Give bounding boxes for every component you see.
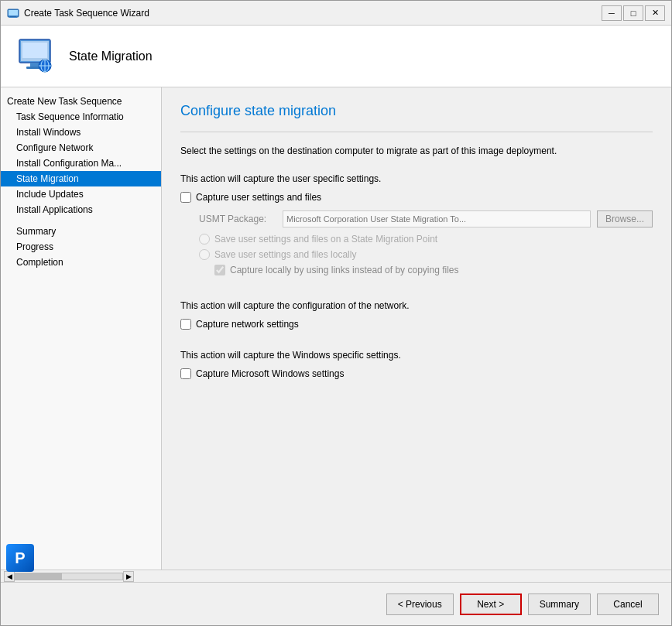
logo-badge: P xyxy=(6,544,34,570)
scroll-thumb xyxy=(15,573,62,580)
save-locally-radio[interactable] xyxy=(199,249,210,260)
capture-user-settings-row: Capture user settings and files xyxy=(180,192,653,203)
svg-rect-6 xyxy=(22,43,47,58)
section-windows-settings: This action will capture the Windows spe… xyxy=(180,350,653,387)
section2-label: This action will capture the configurati… xyxy=(180,300,653,311)
sidebar-item-include-updates[interactable]: Include Updates xyxy=(1,186,161,202)
usmt-label: USMT Package: xyxy=(199,214,276,224)
capture-user-settings-checkbox[interactable] xyxy=(180,192,191,203)
sidebar-item-summary[interactable]: Summary xyxy=(1,224,161,239)
window-icon xyxy=(7,7,19,19)
header-icon xyxy=(13,35,57,78)
section-user-settings: This action will capture the user specif… xyxy=(180,173,653,288)
radio-group-save: Save user settings and files on a State … xyxy=(180,234,653,260)
sidebar-item-install-config-mgr[interactable]: Install Configuration Ma... xyxy=(1,156,161,171)
capture-windows-checkbox[interactable] xyxy=(180,368,191,379)
section-network-settings: This action will capture the configurati… xyxy=(180,300,653,337)
capture-locally-row: Capture locally by using links instead o… xyxy=(180,265,653,275)
main-content: Create New Task Sequence Task Sequence I… xyxy=(1,87,671,570)
title-bar: Create Task Sequence Wizard ─ □ ✕ xyxy=(1,1,671,26)
scroll-right-arrow[interactable]: ▶ xyxy=(123,571,134,582)
capture-user-settings-label: Capture user settings and files xyxy=(196,192,321,203)
main-window: Create Task Sequence Wizard ─ □ ✕ xyxy=(0,0,672,626)
sidebar-item-install-windows[interactable]: Install Windows xyxy=(1,125,161,140)
sidebar: Create New Task Sequence Task Sequence I… xyxy=(1,87,162,570)
scroll-left-arrow[interactable]: ◀ xyxy=(4,571,15,582)
sidebar-item-completion[interactable]: Completion xyxy=(1,255,161,270)
capture-network-label: Capture network settings xyxy=(196,319,299,330)
sidebar-section-header: Create New Task Sequence xyxy=(1,94,161,109)
radio-save-locally-row: Save user settings and files locally xyxy=(199,249,653,260)
content-title: Configure state migration xyxy=(180,103,653,119)
section3-label: This action will capture the Windows spe… xyxy=(180,350,653,361)
svg-rect-2 xyxy=(10,16,16,17)
radio-migration-point-row: Save user settings and files on a State … xyxy=(199,234,653,245)
capture-locally-checkbox[interactable] xyxy=(214,265,225,275)
capture-network-checkbox[interactable] xyxy=(180,319,191,330)
capture-network-row: Capture network settings xyxy=(180,319,653,330)
sidebar-item-configure-network[interactable]: Configure Network xyxy=(1,140,161,156)
logo-area: P xyxy=(6,544,34,570)
window-controls: ─ □ ✕ xyxy=(602,5,665,21)
footer: < Previous Next > Summary Cancel xyxy=(1,582,671,625)
content-description: Select the settings on the destination c… xyxy=(180,145,653,158)
browse-button[interactable]: Browse... xyxy=(597,210,653,227)
save-locally-label: Save user settings and files locally xyxy=(214,249,356,260)
capture-locally-label: Capture locally by using links instead o… xyxy=(230,265,459,275)
maximize-button[interactable]: □ xyxy=(623,5,643,21)
scrollbar-area: ◀ ▶ xyxy=(1,570,671,582)
sidebar-item-state-migration[interactable]: State Migration xyxy=(1,171,161,186)
save-migration-point-radio[interactable] xyxy=(199,234,210,245)
content-area: Configure state migration Select the set… xyxy=(162,87,671,570)
scroll-track[interactable] xyxy=(15,573,123,580)
capture-windows-row: Capture Microsoft Windows settings xyxy=(180,368,653,379)
usmt-package-row: USMT Package: Browse... xyxy=(180,210,653,227)
capture-windows-label: Capture Microsoft Windows settings xyxy=(196,368,344,379)
summary-button[interactable]: Summary xyxy=(528,594,591,615)
sidebar-item-install-applications[interactable]: Install Applications xyxy=(1,202,161,217)
minimize-button[interactable]: ─ xyxy=(602,5,622,21)
window-title: Create Task Sequence Wizard xyxy=(24,8,602,19)
content-divider xyxy=(180,132,653,132)
svg-rect-3 xyxy=(9,17,17,18)
header-title: State Migration xyxy=(69,50,153,63)
section1-label: This action will capture the user specif… xyxy=(180,173,653,184)
svg-rect-7 xyxy=(30,63,39,67)
close-button[interactable]: ✕ xyxy=(645,5,665,21)
previous-button[interactable]: < Previous xyxy=(386,594,454,615)
sidebar-item-progress[interactable]: Progress xyxy=(1,239,161,255)
svg-rect-1 xyxy=(9,10,18,15)
header: State Migration xyxy=(1,26,671,87)
usmt-input[interactable] xyxy=(283,210,591,227)
cancel-button[interactable]: Cancel xyxy=(597,594,659,615)
next-button[interactable]: Next > xyxy=(460,594,522,615)
sidebar-item-task-sequence-info[interactable]: Task Sequence Informatio xyxy=(1,109,161,125)
save-migration-point-label: Save user settings and files on a State … xyxy=(214,234,437,245)
